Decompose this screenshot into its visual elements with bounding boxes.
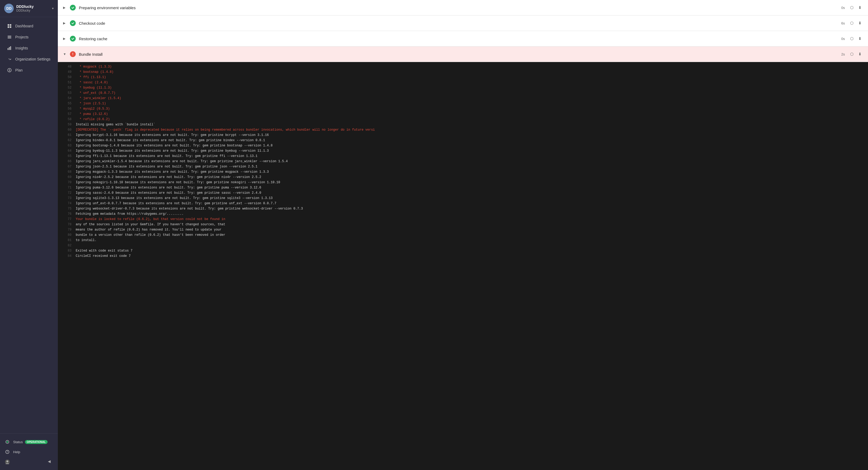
- terminal-line: 77Your bundle is locked to refile (0.6.2…: [58, 217, 868, 222]
- org-info: DDDlucky DDDlucky: [16, 4, 52, 12]
- org-name: DDDlucky: [16, 4, 52, 9]
- line-number: 78: [62, 222, 71, 227]
- line-content: * byebug (11.1.3): [76, 86, 112, 90]
- terminal-line: 75Ignoring websocket-driver-0.7.3 becaus…: [58, 206, 868, 211]
- terminal-line: 83Exited with code exit status 7: [58, 248, 868, 253]
- step-chevron-bundle-install: ▼: [63, 52, 67, 56]
- terminal-line: 74Ignoring unf_ext-0.0.7.7 because its e…: [58, 201, 868, 206]
- line-content: Ignoring msgpack-1.3.3 because its exten…: [76, 169, 269, 174]
- step-download-restore-cache[interactable]: ⬇: [857, 35, 863, 42]
- sidebar-item-projects[interactable]: Projects: [2, 32, 56, 42]
- line-content: Ignoring sqlite3-1.3.13 because its exte…: [76, 196, 273, 200]
- line-content: any of the sources listed in your Gemfil…: [76, 222, 225, 227]
- step-row-bundle-install[interactable]: ▼ ! Bundle Install 2s ⬡ ⬇: [58, 46, 868, 62]
- sidebar-item-status[interactable]: Status OPERATIONAL: [0, 437, 58, 447]
- svg-rect-8: [9, 47, 10, 50]
- line-content: Ignoring json-2.5.1 because its extensio…: [76, 164, 257, 169]
- line-number: 66: [62, 159, 71, 164]
- line-number: 71: [62, 185, 71, 190]
- terminal-line: 69Ignoring nio4r-2.5.2 because its exten…: [58, 175, 868, 180]
- line-content: means the author of refile (0.6.2) has r…: [76, 227, 222, 232]
- line-number: 68: [62, 169, 71, 174]
- terminal-line: 57 * puma (3.12.6): [58, 112, 868, 117]
- terminal-line: 54 * jaro_winkler (1.5.4): [58, 96, 868, 101]
- status-label: Status: [13, 440, 23, 444]
- sidebar-item-org-settings[interactable]: Organization Settings: [2, 54, 56, 64]
- sidebar-item-plan[interactable]: $ Plan: [2, 65, 56, 75]
- terminal-line: 56 * mysql2 (0.5.3): [58, 106, 868, 112]
- line-number: 59: [62, 122, 71, 127]
- step-duration-checkout: 6s: [841, 21, 845, 25]
- line-content: * msgpack (1.3.3): [76, 64, 112, 69]
- terminal-line: 68Ignoring msgpack-1.3.3 because its ext…: [58, 169, 868, 175]
- step-download-prepare-env[interactable]: ⬇: [857, 4, 863, 11]
- terminal-line: 65Ignoring ffi-1.13.1 because its extens…: [58, 154, 868, 159]
- svg-point-17: [6, 461, 8, 462]
- line-content: * json (2.5.1): [76, 101, 106, 106]
- help-label: Help: [13, 450, 20, 454]
- terminal-line: 62Ignoring bindex-0.8.1 because its exte…: [58, 138, 868, 143]
- line-content: Ignoring nokogiri-1.10.10 because its ex…: [76, 180, 280, 185]
- terminal-line: 82: [58, 243, 868, 248]
- svg-text:?: ?: [7, 450, 8, 453]
- user-avatar-row[interactable]: ◀: [0, 457, 58, 467]
- step-chevron-prepare-env: ▶: [63, 6, 67, 9]
- terminal-line: 60[DEPRECATED] The `--path` flag is depr…: [58, 127, 868, 132]
- step-external-link-checkout[interactable]: ⬡: [849, 20, 855, 27]
- sidebar-item-dashboard[interactable]: Dashboard: [2, 21, 56, 31]
- step-row-checkout[interactable]: ▶ Checkout code 6s ⬡ ⬇: [58, 15, 868, 31]
- terminal-line: 49 * bootsnap (1.4.8): [58, 69, 868, 75]
- terminal-line: 53 * unf_ext (0.0.7.7): [58, 90, 868, 96]
- step-actions-bundle-install: ⬡ ⬇: [849, 51, 863, 58]
- step-download-bundle-install[interactable]: ⬇: [857, 51, 863, 58]
- svg-rect-0: [8, 24, 9, 26]
- line-number: 80: [62, 232, 71, 238]
- step-name-checkout: Checkout code: [79, 21, 841, 26]
- line-number: 82: [62, 243, 71, 248]
- step-status-bundle-install: !: [70, 51, 76, 57]
- step-name-restore-cache: Restoring cache: [79, 36, 841, 41]
- line-content: * jaro_winkler (1.5.4): [76, 96, 121, 101]
- step-external-link-restore-cache[interactable]: ⬡: [849, 35, 855, 42]
- dashboard-icon: [7, 23, 12, 29]
- line-number: 53: [62, 91, 71, 95]
- line-content: Ignoring nio4r-2.5.2 because its extensi…: [76, 175, 261, 180]
- line-number: 76: [62, 212, 71, 216]
- terminal-line: 52 * byebug (11.1.3): [58, 85, 868, 90]
- sidebar-footer: Status OPERATIONAL ? Help ◀: [0, 434, 58, 470]
- line-number: 63: [62, 143, 71, 148]
- line-content: * sassc (2.4.0): [76, 80, 108, 85]
- line-number: 81: [62, 238, 71, 243]
- sidebar-item-help[interactable]: ? Help: [0, 447, 58, 457]
- terminal-output[interactable]: 48 * msgpack (1.3.3)49 * bootsnap (1.4.8…: [58, 62, 868, 470]
- step-external-link-bundle-install[interactable]: ⬡: [849, 51, 855, 58]
- terminal-line: 84CircleCI received exit code 7: [58, 253, 868, 259]
- terminal-line: 48 * msgpack (1.3.3): [58, 64, 868, 69]
- line-number: 61: [62, 133, 71, 137]
- user-avatar-icon: [5, 459, 10, 465]
- step-duration-restore-cache: 0s: [841, 37, 845, 41]
- main-content: ▶ Preparing environment variables 0s ⬡ ⬇…: [58, 0, 868, 470]
- sidebar-collapse-button[interactable]: ◀: [48, 459, 53, 465]
- step-row-prepare-env[interactable]: ▶ Preparing environment variables 0s ⬡ ⬇: [58, 0, 868, 15]
- step-chevron-restore-cache: ▶: [63, 37, 67, 40]
- line-number: 57: [62, 112, 71, 117]
- terminal-line: 59Install missing gems with `bundle inst…: [58, 122, 868, 127]
- line-content: [DEPRECATED] The `--path` flag is deprec…: [76, 127, 375, 132]
- step-download-checkout[interactable]: ⬇: [857, 20, 863, 27]
- terminal-line: 76Fetching gem metadata from https://rub…: [58, 211, 868, 217]
- steps-list: ▶ Preparing environment variables 0s ⬡ ⬇…: [58, 0, 868, 62]
- plan-icon: $: [7, 68, 12, 73]
- step-row-restore-cache[interactable]: ▶ Restoring cache 0s ⬡ ⬇: [58, 31, 868, 46]
- step-duration-prepare-env: 0s: [841, 6, 845, 10]
- terminal-line: 73Ignoring sqlite3-1.3.13 because its ex…: [58, 195, 868, 201]
- help-icon: ?: [5, 449, 10, 455]
- line-content: to install.: [76, 238, 96, 243]
- line-number: 74: [62, 201, 71, 206]
- line-number: 49: [62, 70, 71, 74]
- sidebar-item-insights[interactable]: Insights: [2, 43, 56, 53]
- step-external-link-prepare-env[interactable]: ⬡: [849, 4, 855, 11]
- line-number: 56: [62, 106, 71, 111]
- org-selector[interactable]: DD DDDlucky DDDlucky ▾: [0, 0, 58, 17]
- line-number: 83: [62, 248, 71, 253]
